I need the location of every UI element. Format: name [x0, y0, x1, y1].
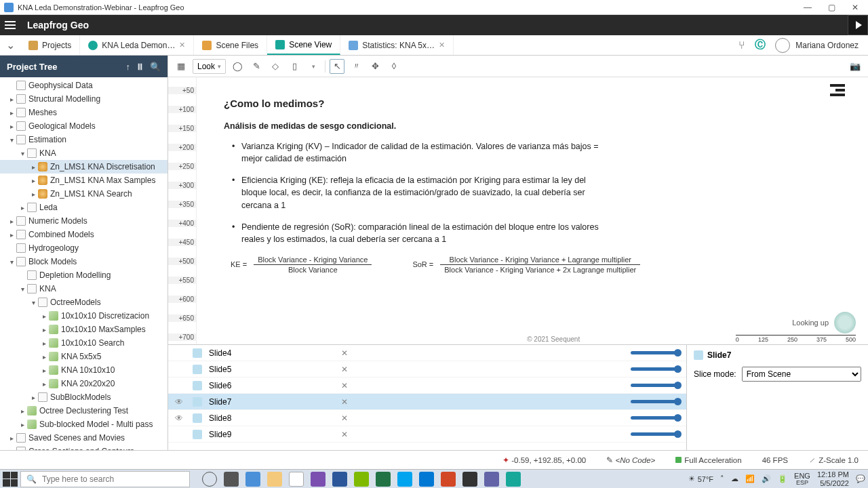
project-tree[interactable]: ▸Geophysical Data ▸Structural Modelling … — [0, 77, 167, 450]
powerpoint-icon[interactable] — [441, 472, 456, 487]
taskbar-search[interactable]: 🔍Type here to search — [20, 471, 190, 487]
tree-up-icon[interactable]: ↑ — [126, 62, 131, 72]
tree-pause-icon[interactable]: ⏸ — [136, 62, 144, 72]
remove-icon[interactable]: ✕ — [338, 348, 351, 358]
eraser-icon[interactable]: ◊ — [387, 59, 401, 74]
teams-icon[interactable] — [484, 472, 499, 487]
camera-icon[interactable]: 📷 — [848, 59, 863, 74]
seequent-icon[interactable]: Ⓒ — [755, 38, 766, 52]
tree-item-oct-search[interactable]: ▸10x10x10 Search — [0, 336, 167, 350]
look-dropdown[interactable]: Look▾ — [193, 59, 226, 74]
notifications-icon[interactable]: 💬 — [856, 474, 865, 483]
tray-chevron-icon[interactable]: ˄ — [720, 474, 724, 483]
tree-item-oct-max[interactable]: ▸10x10x10 MaxSamples — [0, 323, 167, 336]
remove-icon[interactable]: ✕ — [338, 430, 351, 439]
remove-icon[interactable]: ✕ — [338, 397, 351, 407]
tree-item-geological[interactable]: ▸Geological Models — [0, 119, 167, 133]
branch-icon[interactable]: ⑂ — [738, 39, 745, 52]
play-button[interactable] — [848, 15, 868, 35]
slice-mode-select[interactable]: From Scene — [742, 367, 861, 382]
onedrive-icon[interactable]: ☁ — [731, 474, 738, 483]
pen-icon[interactable]: ✎ — [249, 59, 264, 74]
excel-icon[interactable] — [376, 472, 391, 487]
tree-item-oct-5[interactable]: ▸KNA 5x5x5 — [0, 350, 167, 363]
tree-item-estimation[interactable]: ▾Estimation — [0, 133, 167, 146]
explorer-icon[interactable] — [267, 472, 282, 487]
tree-item-structural[interactable]: ▸Structural Modelling — [0, 92, 167, 106]
tab-scene-view[interactable]: Scene View — [267, 35, 340, 55]
move-icon[interactable]: ✥ — [368, 59, 382, 74]
opacity-slider[interactable] — [631, 400, 679, 403]
loop-icon[interactable] — [354, 472, 369, 487]
list-item[interactable]: 👁Slide8✕ — [168, 410, 686, 426]
tree-item-kna-max[interactable]: ▸Zn_LMS1 KNA Max Samples — [0, 174, 167, 187]
tree-item-kna[interactable]: ▾KNA — [0, 146, 167, 160]
tree-item-oct-20[interactable]: ▸KNA 20x20x20 — [0, 377, 167, 390]
opacity-slider[interactable] — [631, 416, 679, 420]
brush-icon[interactable]: 〃 — [349, 59, 363, 74]
tree-item-kna-search[interactable]: ▸Zn_LMS1 KNA Search — [0, 187, 167, 201]
onenote-icon[interactable] — [311, 472, 326, 487]
tabs-dropdown[interactable]: ⌄ — [0, 39, 20, 52]
start-button[interactable] — [3, 472, 18, 487]
remove-icon[interactable]: ✕ — [338, 365, 351, 374]
tree-item-declust[interactable]: ▸Octree Declustering Test — [0, 404, 167, 418]
tree-item-meshes[interactable]: ▸Meshes — [0, 106, 167, 119]
calendar-icon[interactable] — [289, 472, 304, 487]
tree-item-combined[interactable]: ▸Combined Models — [0, 228, 167, 241]
cortana-icon[interactable] — [202, 472, 217, 487]
scene-canvas[interactable]: ¿Como lo medimos? Análisis de medidas de… — [197, 77, 868, 344]
tree-item-oct-10[interactable]: ▸KNA 10x10x10 — [0, 363, 167, 377]
tree-item-leda[interactable]: ▸Leda — [0, 201, 167, 214]
settings-icon[interactable] — [462, 472, 477, 487]
rectangle-icon[interactable]: ▯ — [287, 59, 302, 74]
leapfrog-icon[interactable] — [506, 472, 521, 487]
visibility-icon[interactable]: 👁 — [175, 397, 186, 407]
tree-item-block[interactable]: ▾Block Models — [0, 255, 167, 268]
remove-icon[interactable]: ✕ — [338, 413, 351, 423]
tree-item-kna-disc[interactable]: ▸Zn_LMS1 KNA Discretisation — [0, 160, 167, 174]
tree-item-cross[interactable]: ▸Cross Sections and Contours — [0, 445, 167, 450]
tree-item-depletion[interactable]: ▸Depletion Modelling — [0, 268, 167, 282]
taskview-icon[interactable] — [224, 472, 239, 487]
bounding-box-icon[interactable]: ▦ — [174, 59, 189, 74]
tree-item-geophysical[interactable]: ▸Geophysical Data — [0, 79, 167, 92]
list-item[interactable]: Slide6✕ — [168, 378, 686, 394]
battery-icon[interactable]: 🔋 — [778, 474, 787, 483]
taskbar-clock[interactable]: 12:18 PM 5/5/2022 — [817, 470, 849, 487]
tree-item-oct-disc[interactable]: ▸10x10x10 Discretizacion — [0, 309, 167, 323]
user-menu[interactable]: Mariana Ordonez — [775, 38, 859, 53]
minimize-button[interactable]: — — [804, 3, 812, 12]
close-button[interactable]: ✕ — [852, 3, 859, 12]
pointer-icon[interactable]: ↖ — [330, 59, 344, 74]
compass[interactable]: Looking up — [792, 312, 856, 333]
outlook-icon[interactable] — [419, 472, 434, 487]
edge-icon[interactable] — [245, 472, 260, 487]
list-item[interactable]: 👁Slide7✕ — [168, 394, 686, 410]
tree-item-octree[interactable]: ▾OctreeModels — [0, 296, 167, 309]
maximize-button[interactable]: ▢ — [828, 3, 835, 12]
tree-item-hydro[interactable]: ▸Hydrogeology — [0, 241, 167, 255]
tree-item-subblock[interactable]: ▸SubBlockModels — [0, 390, 167, 404]
rect-dropdown[interactable]: ▾ — [306, 59, 321, 74]
slide-list[interactable]: Slide4✕ Slide5✕ Slide6✕ 👁Slide7✕ 👁Slide8… — [168, 345, 686, 450]
keyboard-lang[interactable]: ENG — [794, 472, 810, 480]
tree-item-subblocked[interactable]: ▸Sub-blocked Model - Multi pass — [0, 418, 167, 431]
tab-demo[interactable]: KNA Leda Demon…✕ — [80, 35, 194, 55]
lasso-icon[interactable]: ◯ — [230, 59, 245, 74]
weather-widget[interactable]: ☀57°F — [688, 474, 713, 483]
close-icon[interactable]: ✕ — [179, 41, 185, 49]
polygon-icon[interactable]: ◇ — [268, 59, 283, 74]
tree-item-numeric[interactable]: ▸Numeric Models — [0, 214, 167, 228]
tab-projects[interactable]: Projects — [20, 35, 80, 55]
tree-search-icon[interactable]: 🔍 — [150, 62, 161, 72]
tab-statistics[interactable]: Statistics: KNA 5x…✕ — [340, 35, 454, 55]
opacity-slider[interactable] — [631, 384, 679, 387]
tab-scene-files[interactable]: Scene Files — [194, 35, 267, 55]
app-icon[interactable] — [397, 472, 412, 487]
word-icon[interactable] — [332, 472, 347, 487]
list-item[interactable]: Slide5✕ — [168, 361, 686, 378]
opacity-slider[interactable] — [631, 367, 679, 371]
volume-icon[interactable]: 🔊 — [762, 474, 771, 483]
visibility-icon[interactable]: 👁 — [175, 413, 186, 423]
